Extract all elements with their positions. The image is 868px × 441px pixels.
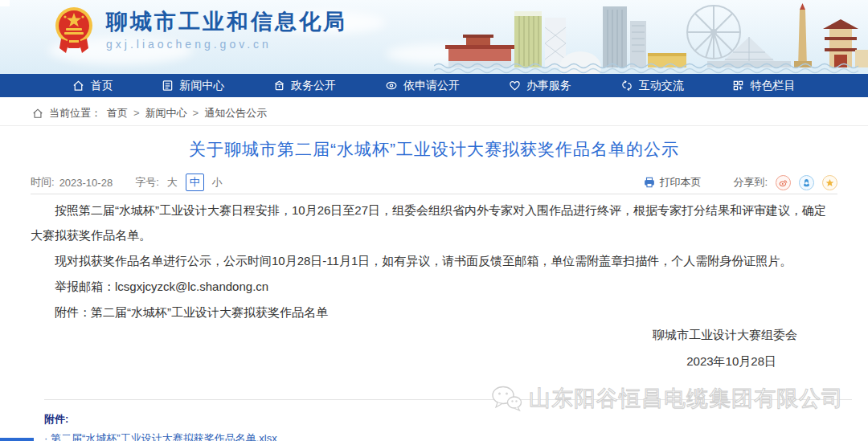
attachment-filename: 第二届“水城杯”工业设计大赛拟获奖作品名单.xlsx bbox=[51, 432, 277, 441]
nav-label: 依申请公开 bbox=[403, 79, 460, 93]
city-skyline-illustration bbox=[434, 2, 868, 74]
breadcrumb-separator: > bbox=[133, 107, 140, 119]
nav-label: 政务公开 bbox=[291, 79, 336, 93]
nav-label: 办事服务 bbox=[526, 79, 571, 93]
site-title: 聊城市工业和信息化局 bbox=[106, 9, 347, 35]
fontsize-small-button[interactable]: 小 bbox=[209, 174, 226, 190]
government-article-page: 聊城市工业和信息化局 gxj.liaocheng.gov.cn 首页 新闻中心 bbox=[0, 0, 868, 441]
nav-item-home[interactable]: 首页 bbox=[72, 79, 113, 93]
nav-label: 新闻中心 bbox=[179, 79, 224, 93]
article-meta-row: 时间: 2023-10-28 字号: 大 中 小 打印本页 分享到: bbox=[31, 171, 837, 194]
weibo-glyph bbox=[779, 178, 788, 187]
nav-label: 互动交流 bbox=[639, 79, 684, 93]
paragraph: 按照第二届“水城杯”工业设计大赛日程安排，10月26日至27日，组委会组织省内外… bbox=[31, 198, 837, 247]
breadcrumb-item-notices[interactable]: 通知公告公示 bbox=[204, 106, 267, 120]
chat-exchange-icon bbox=[620, 80, 633, 92]
fontsize-medium-button[interactable]: 中 bbox=[186, 174, 204, 191]
breadcrumb-item-news[interactable]: 新闻中心 bbox=[145, 106, 187, 120]
share-label: 分享到: bbox=[733, 175, 768, 190]
breadcrumb-prefix: 当前位置： bbox=[49, 106, 101, 120]
paragraph: 现对拟获奖作品名单进行公示，公示时间10月28日-11月1日，如有异议，请书面反… bbox=[31, 248, 837, 273]
print-label: 打印本页 bbox=[659, 175, 701, 190]
signature-date: 2023年10月28日 bbox=[0, 354, 776, 370]
qq-penguin-glyph bbox=[802, 178, 811, 187]
corner-notch bbox=[0, 0, 10, 6]
nav-label: 特色栏目 bbox=[750, 79, 795, 93]
site-url: gxj.liaocheng.gov.cn bbox=[106, 38, 347, 51]
fontsize-large-button[interactable]: 大 bbox=[164, 174, 181, 190]
watermark-text: 山东阳谷恒昌电缆集团有限公司 bbox=[529, 384, 844, 413]
brand-text: 聊城市工业和信息化局 gxj.liaocheng.gov.cn bbox=[106, 9, 347, 51]
main-nav: 首页 新闻中心 政务公开 依申请公开 bbox=[0, 74, 868, 99]
grid-icon bbox=[732, 80, 744, 92]
nav-item-interaction[interactable]: 互动交流 bbox=[620, 79, 684, 93]
nav-label: 首页 bbox=[90, 79, 113, 93]
attachment-link-xlsx[interactable]: · 第二届“水城杯”工业设计大赛拟获奖作品名单.xlsx bbox=[44, 431, 277, 441]
publish-time: 2023-10-28 bbox=[59, 177, 113, 189]
attachments-label: 附件: bbox=[44, 412, 68, 427]
wechat-icon bbox=[490, 385, 522, 412]
time-label: 时间: bbox=[31, 175, 55, 190]
gov-building-icon bbox=[273, 80, 285, 92]
nav-item-featured[interactable]: 特色栏目 bbox=[732, 79, 795, 93]
fontsize-label: 字号: bbox=[135, 175, 159, 190]
paragraph-attachment-note: 附件：第二届“水城杯”工业设计大赛拟获奖作品名单 bbox=[31, 300, 837, 325]
printer-icon bbox=[644, 177, 655, 188]
heart-icon bbox=[509, 80, 521, 92]
nav-item-gov-info[interactable]: 政务公开 bbox=[273, 79, 336, 93]
attachment-bullet: · bbox=[44, 432, 47, 441]
signature-organization: 聊城市工业设计大赛组委会 bbox=[0, 328, 797, 343]
site-header: 聊城市工业和信息化局 gxj.liaocheng.gov.cn bbox=[0, 0, 868, 74]
print-button[interactable]: 打印本页 bbox=[644, 175, 701, 190]
home-icon bbox=[32, 108, 43, 119]
share-qzone-icon[interactable] bbox=[822, 175, 837, 190]
news-icon bbox=[162, 80, 174, 92]
site-brand[interactable]: 聊城市工业和信息化局 gxj.liaocheng.gov.cn bbox=[53, 6, 347, 53]
breadcrumb-separator: > bbox=[193, 107, 199, 119]
nav-item-news[interactable]: 新闻中心 bbox=[162, 79, 224, 93]
paragraph-report-email: 举报邮箱：lcsgxjcyzck@lc.shandong.cn bbox=[31, 274, 837, 299]
article-title: 关于聊城市第二届“水城杯”工业设计大赛拟获奖作品名单的公示 bbox=[0, 138, 868, 161]
company-watermark: 山东阳谷恒昌电缆集团有限公司 bbox=[490, 384, 844, 413]
eye-icon bbox=[385, 80, 398, 92]
national-emblem-logo bbox=[53, 6, 95, 53]
star-glyph bbox=[825, 178, 834, 187]
bottom-accent-bar bbox=[0, 438, 34, 441]
meta-left: 时间: 2023-10-28 字号: 大 中 小 bbox=[31, 174, 226, 191]
article-body: 按照第二届“水城杯”工业设计大赛日程安排，10月26日至27日，组委会组织省内外… bbox=[31, 198, 837, 325]
share-weibo-icon[interactable] bbox=[776, 175, 791, 190]
breadcrumb: 当前位置： 首页 > 新闻中心 > 通知公告公示 bbox=[0, 100, 868, 126]
meta-right: 打印本页 分享到: bbox=[644, 175, 837, 190]
share-qq-icon[interactable] bbox=[799, 175, 814, 190]
nav-item-services[interactable]: 办事服务 bbox=[509, 79, 571, 93]
home-icon bbox=[72, 80, 84, 92]
breadcrumb-item-home[interactable]: 首页 bbox=[107, 106, 128, 120]
nav-item-request-disclosure[interactable]: 依申请公开 bbox=[385, 79, 460, 93]
